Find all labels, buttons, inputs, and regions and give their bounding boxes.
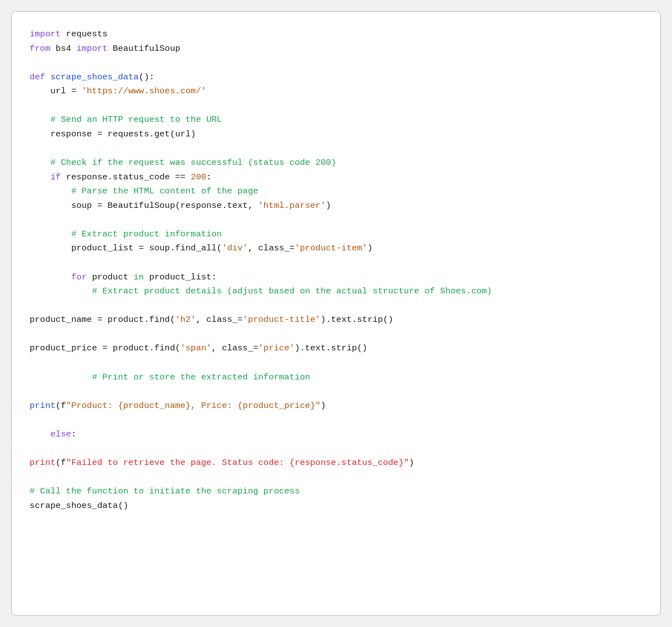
number-200: 200 [190, 172, 206, 182]
string-h2: 'h2' [175, 315, 196, 325]
string-url: 'https://www.shoes.com/' [82, 86, 206, 96]
comment-2: # Check if the request was successful (s… [50, 158, 336, 168]
string-price: 'price' [258, 343, 294, 353]
fstring-print: print [30, 401, 56, 411]
fstring-print-fail: print [30, 458, 56, 468]
string-fstring-red: "Failed to retrieve the page. Status cod… [66, 458, 409, 468]
function-name: scrape_shoes_data [50, 72, 139, 82]
keyword-if: if [50, 172, 61, 182]
code-window: import requests from bs4 import Beautifu… [11, 11, 661, 616]
comment-6: # Print or store the extracted informati… [92, 372, 311, 382]
keyword-import: import [30, 29, 61, 39]
comment-3: # Parse the HTML content of the page [71, 186, 258, 196]
keyword-from: from [30, 44, 50, 54]
code-content: import requests from bs4 import Beautifu… [30, 27, 642, 513]
keyword-else: else [50, 429, 71, 439]
string-span: 'span' [180, 343, 212, 353]
string-product-title: 'product-title' [242, 315, 321, 325]
keyword-import2: import [77, 44, 108, 54]
string-div: 'div' [222, 243, 248, 253]
string-fstring: "Product: {product_name}, Price: {produc… [66, 401, 321, 411]
keyword-def: def [30, 72, 45, 82]
comment-5: # Extract product details (adjust based … [92, 286, 492, 296]
string-product-item: 'product-item' [294, 243, 367, 253]
comment-1: # Send an HTTP request to the URL [50, 115, 222, 125]
comment-4: # Extract product information [71, 229, 222, 239]
comment-7: # Call the function to initiate the scra… [30, 486, 300, 496]
keyword-in: in [134, 272, 144, 282]
string-parser: 'html.parser' [258, 201, 326, 211]
keyword-for: for [71, 272, 87, 282]
